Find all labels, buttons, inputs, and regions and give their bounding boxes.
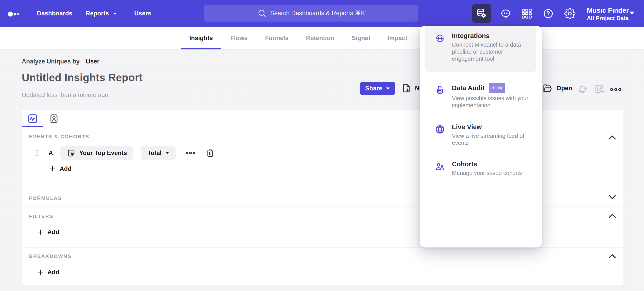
collapse-events-chevron[interactable] [608,135,616,140]
breadcrumb-prefix: Analyze Uniques by [22,58,80,65]
open-report-button[interactable]: Open [542,83,572,93]
menu-item-live-view[interactable]: Live View View a live streaming feed of … [435,123,530,146]
database-gear-icon [476,7,488,19]
plus-icon [49,165,56,172]
apps-grid-button[interactable] [521,8,532,19]
drag-handle[interactable] [34,149,40,157]
beta-badge: BETA [489,83,505,93]
project-caret-icon[interactable] [628,11,636,15]
menu-item-data-audit[interactable]: Data AuditBETA View possible issues with… [435,83,533,109]
breakdowns-panel: BREAKDOWNS Add [22,248,623,285]
project-scope: All Project Data [587,14,629,22]
tab-retention[interactable]: Retention [306,27,334,49]
menu-item-description: Manage your saved cohorts [452,170,522,177]
event-picker-button[interactable]: Your Top Events [60,146,134,160]
nav-dashboards[interactable]: Dashboards [37,0,72,27]
data-management-menu: Lexicon Document and transform your even… [420,26,542,248]
add-event-button[interactable]: Add [49,165,72,172]
breadcrumb-value[interactable]: User [86,58,100,65]
add-alert-button[interactable] [577,83,588,94]
tab-funnels[interactable]: Funnels [265,27,289,49]
data-management-button[interactable] [472,4,491,23]
chevron-up-icon [608,213,616,219]
metric-label: Total [148,150,162,157]
plus-icon [37,229,44,236]
collapse-breakdowns-chevron[interactable] [608,253,616,259]
chart-plus-icon [594,83,604,94]
integrations-sync-icon [435,33,445,43]
add-breakdown-label: Add [48,269,59,276]
metrics-tab[interactable] [27,113,38,124]
overflow-dots-icon [186,150,195,155]
chevron-up-icon [608,135,616,140]
share-button-label: Share [365,85,382,92]
menu-item-integrations[interactable]: Integrations Connect Mixpanel to a data … [425,26,536,72]
cohorts-people-icon [435,161,445,172]
metric-dropdown[interactable]: Total [141,146,176,160]
expand-formulas-chevron[interactable] [608,194,616,200]
plus-icon [37,269,44,276]
event-picker-label: Your Top Events [79,150,127,157]
share-button[interactable]: Share [360,82,395,95]
help-icon [543,8,554,19]
add-breakdown-button[interactable]: Add [37,269,59,276]
menu-item-description: View a live streaming feed of events [452,132,530,146]
page-title[interactable]: Untitled Insights Report [22,71,143,84]
chevron-down-icon [608,194,616,200]
nav-reports[interactable]: Reports [86,0,118,27]
people-icon [435,161,445,172]
data-audit-lock-icon [435,84,445,95]
tab-flows[interactable]: Flows [230,27,248,49]
report-type-tabs: Insights Flows Funnels Retention Signal … [189,27,407,49]
search-input[interactable]: Search Dashboards & Reports ⌘K [204,5,418,21]
collapse-filters-chevron[interactable] [608,213,616,219]
menu-item-cohorts[interactable]: Cohorts Manage your saved cohorts [435,160,522,177]
add-filter-button[interactable]: Add [37,229,59,236]
nav-dashboards-label: Dashboards [37,10,72,17]
help-button[interactable] [543,8,554,19]
updated-status: Updated less than a minute ago [22,92,108,99]
sync-arrows-icon [435,33,445,43]
chart-pulse-icon [27,113,38,124]
section-label-filters: FILTERS [29,214,54,219]
apps-grid-icon [521,8,532,19]
profiles-tab[interactable] [48,113,60,124]
breadcrumb: Analyze Uniques by User [22,58,100,65]
feedback-button[interactable] [500,8,511,19]
nav-users[interactable]: Users [134,0,151,27]
tab-insights[interactable]: Insights [189,27,213,49]
caret-down-icon [386,87,390,90]
settings-button[interactable] [564,8,576,19]
nav-reports-label: Reports [86,10,109,17]
menu-item-title: Integrations [452,32,524,40]
menu-item-title: Cohorts [452,160,522,168]
tab-signal[interactable]: Signal [352,27,370,49]
report-type-tabbar: Insights Flows Funnels Retention Signal … [0,27,644,49]
search-placeholder: Search Dashboards & Reports ⌘K [270,9,365,17]
delete-event-button[interactable] [206,148,215,158]
section-label-events: EVENTS & COHORTS [29,134,89,140]
person-card-icon [48,113,60,124]
add-filter-label: Add [48,229,59,236]
search-icon [257,8,266,18]
project-name: Music Finder [587,6,629,14]
menu-item-description: Connect Mixpanel to a data pipeline or c… [452,41,524,62]
menu-item-title: Data AuditBETA [452,83,533,93]
event-row: A Your Top Events Total [22,146,215,160]
drag-dots-icon [34,149,40,157]
top-nav: Dashboards Reports Users Search Dashboar… [0,0,644,27]
mixpanel-app: Dashboards Reports Users Search Dashboar… [0,0,644,291]
chevron-up-icon [608,253,616,259]
event-row-overflow-menu[interactable] [186,150,195,155]
section-label-breakdowns: BREAKDOWNS [29,253,72,259]
report-overflow-menu[interactable] [610,87,621,92]
event-row-letter: A [48,150,53,157]
add-to-board-button[interactable] [594,83,604,94]
tab-impact[interactable]: Impact [388,27,407,49]
open-folder-icon [542,83,553,93]
globe-icon [435,124,445,135]
mixpanel-logo-icon[interactable] [8,9,24,19]
menu-item-description: View possible issues with your implement… [452,95,533,109]
project-selector[interactable]: Music Finder All Project Data [587,6,629,22]
lock-icon [435,84,445,95]
